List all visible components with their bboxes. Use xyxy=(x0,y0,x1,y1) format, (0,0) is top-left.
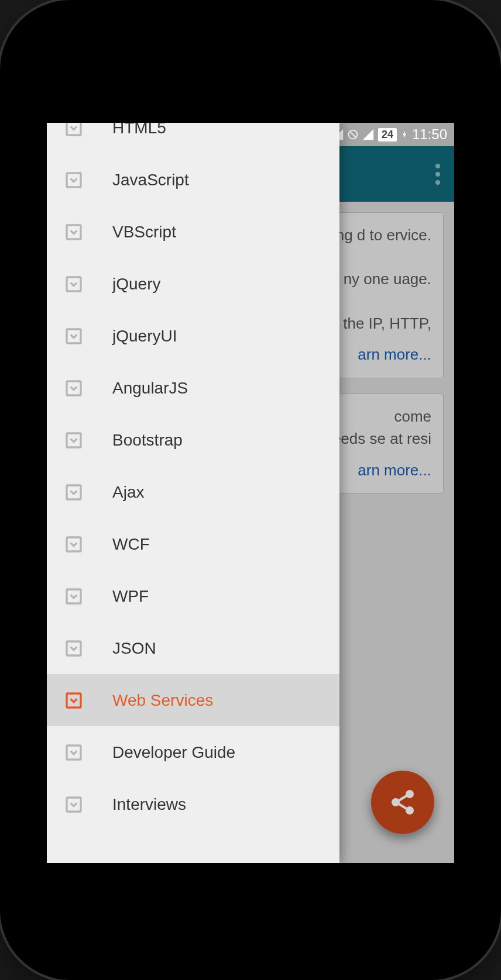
drawer-item-ajax[interactable]: Ajax xyxy=(47,466,339,518)
archive-download-icon xyxy=(64,223,83,241)
archive-download-icon xyxy=(64,535,83,554)
archive-download-icon xyxy=(64,379,83,398)
drawer-item-bootstrap[interactable]: Bootstrap xyxy=(47,414,339,466)
drawer-item-label: JSON xyxy=(112,639,339,658)
drawer-item-vbscript[interactable]: VBScript xyxy=(47,206,339,258)
signal-icon-2 xyxy=(362,128,375,141)
drawer-item-json[interactable]: JSON xyxy=(47,622,339,674)
svg-rect-15 xyxy=(67,329,81,343)
drawer-item-angularjs[interactable]: AngularJS xyxy=(47,362,339,414)
svg-line-6 xyxy=(350,132,355,137)
drawer-item-wcf[interactable]: WCF xyxy=(47,518,339,570)
archive-download-icon xyxy=(64,275,83,294)
drawer-item-label: jQueryUI xyxy=(112,327,339,346)
drawer-list[interactable]: HTML5 JavaScript VBScript jQuery jQueryU… xyxy=(47,123,339,863)
svg-rect-33 xyxy=(67,798,81,812)
drawer-item-label: JavaScript xyxy=(112,171,339,189)
drawer-item-web-services[interactable]: Web Services xyxy=(47,674,339,726)
archive-download-icon xyxy=(64,587,83,606)
drawer-item-html5[interactable]: HTML5 xyxy=(47,123,339,154)
navigation-drawer[interactable]: HTML5 JavaScript VBScript jQuery jQueryU… xyxy=(47,123,339,863)
drawer-item-javascript[interactable]: JavaScript xyxy=(47,154,339,206)
phone-inner: nto a Web-the ssaging d to ervice. king … xyxy=(18,18,483,962)
svg-rect-17 xyxy=(67,381,81,395)
drawer-item-label: jQuery xyxy=(112,275,339,294)
svg-rect-27 xyxy=(67,641,81,655)
archive-download-icon xyxy=(64,691,83,710)
svg-rect-21 xyxy=(67,485,81,499)
archive-download-icon xyxy=(64,431,83,450)
archive-download-icon xyxy=(64,639,83,658)
charging-icon xyxy=(400,128,409,141)
drawer-item-jqueryui[interactable]: jQueryUI xyxy=(47,310,339,362)
drawer-item-jquery[interactable]: jQuery xyxy=(47,258,339,310)
archive-download-icon xyxy=(64,795,83,814)
battery-percent: 24 xyxy=(378,128,397,142)
screen: nto a Web-the ssaging d to ervice. king … xyxy=(47,123,454,863)
phone-frame: nto a Web-the ssaging d to ervice. king … xyxy=(0,0,501,980)
svg-rect-23 xyxy=(67,537,81,551)
drawer-item-label: WPF xyxy=(112,587,339,606)
archive-download-icon xyxy=(64,171,83,189)
drawer-item-label: HTML5 xyxy=(112,123,339,137)
archive-download-icon xyxy=(64,483,83,502)
drawer-item-label: WCF xyxy=(112,535,339,554)
drawer-item-label: Interviews xyxy=(112,795,339,814)
archive-download-icon xyxy=(64,743,83,762)
svg-rect-29 xyxy=(67,693,81,708)
clock-time: 11:50 xyxy=(412,126,447,143)
svg-rect-11 xyxy=(67,225,81,239)
drawer-item-label: VBScript xyxy=(112,223,339,241)
drawer-item-label: Web Services xyxy=(112,691,339,710)
svg-rect-9 xyxy=(67,173,81,187)
svg-rect-25 xyxy=(67,589,81,603)
drawer-item-label: Ajax xyxy=(112,483,339,502)
svg-rect-13 xyxy=(67,277,81,291)
drawer-item-label: Bootstrap xyxy=(112,431,339,450)
svg-rect-31 xyxy=(67,746,81,760)
drawer-item-label: AngularJS xyxy=(112,379,339,398)
drawer-item-developer-guide[interactable]: Developer Guide xyxy=(47,726,339,778)
archive-download-icon xyxy=(64,327,83,346)
archive-download-icon xyxy=(64,123,83,137)
no-sim-icon xyxy=(348,129,358,140)
drawer-item-label: Developer Guide xyxy=(112,743,339,762)
drawer-item-wpf[interactable]: WPF xyxy=(47,570,339,622)
svg-rect-19 xyxy=(67,433,81,447)
drawer-item-interviews[interactable]: Interviews xyxy=(47,778,339,830)
